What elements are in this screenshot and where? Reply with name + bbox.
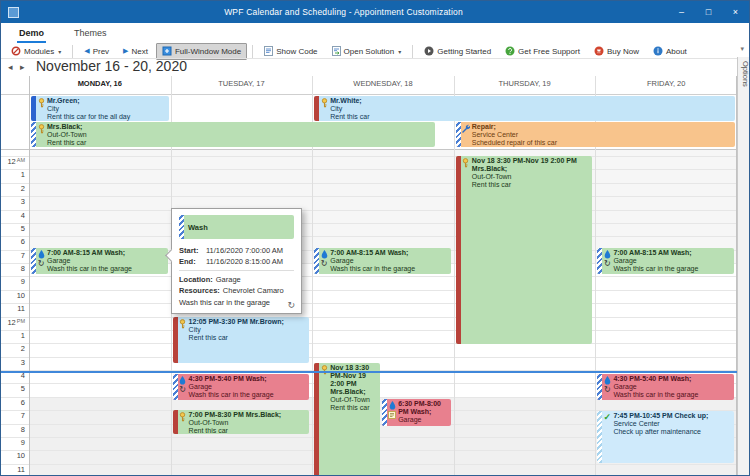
time-label: 9	[1, 277, 25, 286]
about-button[interactable]: About	[647, 43, 693, 60]
time-label: 10	[1, 451, 25, 460]
event-text: 7:00 PM-8:30 PM Mrs.Black;Out-Of-TownRen…	[188, 410, 310, 434]
prev-button-label: Prev	[93, 47, 109, 56]
section-separator	[1, 94, 737, 95]
buy-now-button[interactable]: Buy Now	[588, 43, 645, 60]
droplet-icon	[38, 250, 45, 259]
allday-appointment[interactable]: Mr.Green;CityRent this car for the all d…	[31, 96, 169, 121]
tab-demo[interactable]: Demo	[17, 25, 46, 41]
full-window-mode-button[interactable]: Full-Window Mode	[156, 43, 247, 60]
appointment[interactable]: ↻4:30 PM-5:40 PM Wash;GarageWash this ca…	[597, 374, 734, 400]
get-free-support-button-label: Get Free Support	[518, 47, 580, 56]
maximize-button[interactable]: □	[695, 1, 722, 23]
changed-occurrence-icon	[388, 411, 396, 419]
minimize-button[interactable]: –	[668, 1, 695, 23]
window-title: WPF Calendar and Scheduling - Appointmen…	[19, 7, 668, 17]
dropdown-arrow-icon: ▾	[398, 48, 401, 55]
event-text: 7:00 AM-8:15 AM Wash;GarageWash this car…	[46, 248, 168, 274]
toolbar-overflow-button[interactable]: ▾	[740, 45, 744, 53]
appointment[interactable]: ✓7:45 PM-10:45 PM Check up;Service Cente…	[597, 411, 734, 463]
nav-forward-button[interactable]: ▸	[20, 62, 25, 72]
tab-themes[interactable]: Themes	[72, 25, 109, 41]
open-solution-button[interactable]: Open Solution▾	[326, 43, 408, 60]
appointment[interactable]: 6:30 PM-8:00 PM Wash;Garage	[382, 399, 451, 426]
key-icon	[462, 158, 469, 168]
full-window-mode-button-label: Full-Window Mode	[175, 47, 241, 56]
appointment-tooltip: Wash Start: 11/16/2020 7:00:00 AM End: 1…	[171, 208, 302, 314]
key-icon	[179, 412, 186, 422]
start-value: 11/16/2020 7:00:00 AM	[206, 245, 283, 256]
allday-appointment[interactable]: Repair;Service CenterScheduled repair of…	[456, 122, 735, 147]
open-solution-button-label: Open Solution	[344, 47, 395, 56]
prev-button[interactable]: ◀Prev	[78, 43, 115, 60]
appointment[interactable]: ↻7:00 AM-8:15 AM Wash;GarageWash this ca…	[31, 248, 168, 274]
recurrence-icon: ↻	[179, 386, 186, 394]
close-button[interactable]: ×	[722, 1, 749, 23]
appointment[interactable]: Nov 18 3:30 PM-Nov 19 2:00 PM Mrs.Black;…	[314, 363, 380, 476]
appointment[interactable]: 7:00 PM-8:30 PM Mrs.Black;Out-Of-TownRen…	[173, 410, 310, 434]
droplet-icon	[389, 401, 396, 410]
end-value: 11/16/2020 8:15:00 AM	[206, 256, 283, 267]
app-icon	[8, 7, 19, 18]
recurrence-icon: ↻	[604, 260, 611, 268]
nav-back-button[interactable]: ◂	[8, 62, 13, 72]
location-label: Location:	[179, 274, 213, 285]
get-free-support-button[interactable]: Get Free Support	[499, 43, 586, 60]
allday-appointment[interactable]: Mr.White;CityRent this car	[314, 96, 735, 121]
show-code-button[interactable]: Show Code	[258, 43, 323, 60]
next-icon: ▶	[123, 47, 128, 55]
appointment[interactable]: 12:05 PM-3:30 PM Mr.Brown;CityRent this …	[173, 317, 310, 363]
recurrence-icon: ↻	[287, 300, 295, 310]
start-label: Start:	[179, 245, 203, 256]
title-bar: WPF Calendar and Scheduling - Appointmen…	[1, 1, 749, 23]
getting-started-icon	[424, 46, 434, 56]
location-value: Garage	[216, 274, 241, 285]
tooltip-description: Wash this car in the garage	[179, 298, 294, 307]
event-text: Mr.White;CityRent this car	[329, 96, 735, 121]
appointment[interactable]: ↻7:00 AM-8:15 AM Wash;GarageWash this ca…	[597, 248, 734, 274]
event-text: 4:30 PM-5:40 PM Wash;GarageWash this car…	[612, 374, 734, 400]
dropdown-arrow-icon: ▾	[58, 48, 61, 55]
modules-icon	[11, 46, 21, 56]
tooltip-start-row: Start: 11/16/2020 7:00:00 AM	[179, 245, 294, 256]
current-time-line	[1, 371, 737, 373]
show-code-button-label: Show Code	[276, 47, 317, 56]
event-icons	[319, 363, 329, 476]
appointment[interactable]: Nov 18 3:30 PM-Nov 19 2:00 PM Mrs.Black;…	[456, 156, 593, 344]
recurrence-icon: ↻	[604, 386, 611, 394]
key-icon	[38, 98, 45, 108]
allday-appointment[interactable]: Mrs.Black;Out-Of-TownRent this car	[31, 122, 435, 147]
time-label: 12PM	[1, 318, 25, 327]
day-header-3[interactable]: WEDNESDAY, 18	[312, 79, 454, 91]
day-header-2[interactable]: TUESDAY, 17	[171, 79, 313, 91]
prev-icon: ◀	[84, 47, 89, 55]
about-icon	[653, 46, 663, 56]
appointment[interactable]: ↻7:00 AM-8:15 AM Wash;GarageWash this ca…	[314, 248, 451, 274]
time-label: 11	[1, 465, 25, 474]
options-tab[interactable]: Options	[737, 57, 750, 476]
event-icons	[178, 410, 188, 434]
tooltip-location-row: Location: Garage	[179, 274, 294, 285]
key-icon	[321, 365, 328, 375]
toolbar-separator	[72, 45, 73, 58]
resources-value: Chevrolet Camaro	[223, 285, 284, 296]
time-label: 11	[1, 304, 25, 313]
time-label: 9	[1, 438, 25, 447]
day-header-4[interactable]: THURSDAY, 19	[454, 79, 596, 91]
appointment[interactable]: ↻4:30 PM-5:40 PM Wash;GarageWash this ca…	[173, 374, 310, 400]
day-header-1[interactable]: MONDAY, 16	[29, 79, 171, 91]
event-icons	[387, 399, 397, 426]
droplet-icon	[604, 376, 611, 385]
event-text: 12:05 PM-3:30 PM Mr.Brown;CityRent this …	[188, 317, 310, 363]
event-text: 4:30 PM-5:40 PM Wash;GarageWash this car…	[188, 374, 310, 400]
getting-started-button[interactable]: Getting Started	[418, 43, 497, 60]
event-text: Mrs.Black;Out-Of-TownRent this car	[46, 122, 435, 147]
next-button[interactable]: ▶Next	[117, 43, 154, 60]
toolbar-separator	[412, 45, 413, 58]
resources-label: Resources:	[179, 285, 220, 296]
modules-button[interactable]: Modules▾	[5, 43, 67, 60]
event-text: Nov 18 3:30 PM-Nov 19 2:00 PM Mrs.Black;…	[471, 156, 593, 344]
day-header-5[interactable]: FRIDAY, 20	[595, 79, 737, 91]
event-icons	[461, 122, 471, 147]
event-icons: ↻	[36, 248, 46, 274]
